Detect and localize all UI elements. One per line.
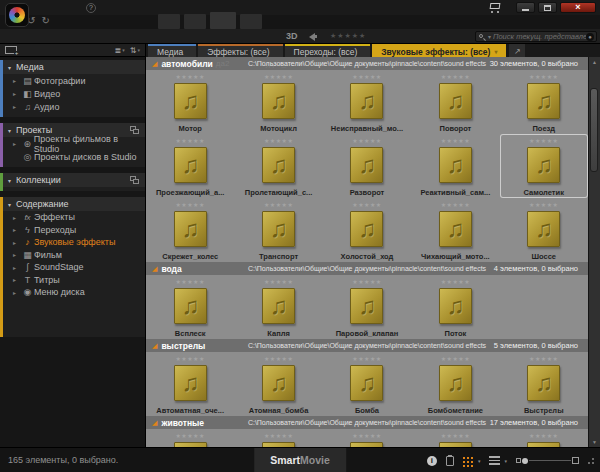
item-expander-icon[interactable]: ▸ [13, 77, 21, 84]
section-header-collections[interactable]: ▾ Коллекции [3, 173, 145, 187]
zoom-slider-thumb[interactable] [522, 458, 528, 464]
item-rating-stars[interactable]: ★★★★★ [441, 432, 470, 440]
section-action-icon[interactable] [130, 176, 140, 184]
item-rating-stars[interactable]: ★★★★★ [264, 201, 293, 209]
sound-item[interactable]: ★★★★★ ♫ [500, 429, 588, 447]
sound-item[interactable]: ★★★★★ ♫ [411, 429, 499, 447]
sound-item[interactable]: ★★★★★ ♫ Паровой_клапан [323, 275, 411, 339]
resize-grip[interactable] [588, 458, 594, 464]
item-rating-stars[interactable]: ★★★★★ [175, 432, 204, 440]
search-input[interactable] [493, 32, 586, 41]
item-rating-stars[interactable]: ★★★★★ [352, 355, 381, 363]
sort-icon[interactable]: ⇅ [130, 46, 137, 55]
sidebar-item[interactable]: ▸ ♫ Аудио [3, 100, 145, 113]
sound-item[interactable]: ★★★★★ ♫ Мотор [146, 70, 234, 134]
info-icon[interactable]: i [427, 456, 437, 466]
sidebar-item[interactable]: ◎ Проекты дисков в Studio [3, 150, 145, 163]
group-header[interactable]: ◢ выстрелы C:\Пользователи\Общие\Общие д… [146, 339, 588, 352]
sound-item[interactable]: ★★★★★ ♫ Шоссе [500, 198, 588, 262]
item-expander-icon[interactable]: ▸ [13, 264, 21, 271]
sound-item[interactable]: ★★★★★ ♫ Мотоцикл [234, 70, 322, 134]
zoom-in-icon[interactable] [572, 457, 579, 464]
item-expander-icon[interactable]: ▸ [13, 226, 21, 233]
item-rating-stars[interactable]: ★★★★★ [264, 137, 293, 145]
vertical-scrollbar[interactable]: ▲ ▼ [588, 57, 600, 447]
shop-cart-icon[interactable] [489, 2, 503, 13]
new-collection-icon[interactable]: + [5, 46, 17, 54]
scroll-up-icon[interactable]: ▲ [589, 57, 600, 67]
nav-tab[interactable] [278, 14, 300, 29]
item-rating-stars[interactable]: ★★★★★ [264, 278, 293, 286]
sound-item[interactable]: ★★★★★ ♫ Поворот [411, 70, 499, 134]
scroll-down-icon[interactable]: ▼ [589, 437, 600, 447]
item-rating-stars[interactable]: ★★★★★ [352, 137, 381, 145]
sidebar-item[interactable]: ▸ ▦ Фильм [3, 249, 145, 262]
expander-icon[interactable]: ▾ [8, 64, 11, 71]
item-rating-stars[interactable]: ★★★★★ [264, 73, 293, 81]
group-expander-icon[interactable]: ◢ [152, 339, 157, 352]
sound-item[interactable]: ★★★★★ ♫ [323, 429, 411, 447]
library-tab[interactable]: Звуковые эффекты: (все) ▾ [372, 44, 506, 57]
sound-item[interactable]: ★★★★★ ♫ Пролетающий_с... [234, 134, 322, 198]
group-header[interactable]: ◢ животные C:\Пользователи\Общие\Общие д… [146, 416, 588, 429]
section-header-content[interactable]: ▾ Содержание [3, 197, 145, 211]
item-rating-stars[interactable]: ★★★★★ [264, 432, 293, 440]
item-rating-stars[interactable]: ★★★★★ [352, 73, 381, 81]
group-header[interactable]: ◢ автомобили да2 Гудок_поез C:\Пользоват… [146, 57, 588, 70]
item-expander-icon[interactable]: ▸ [13, 214, 21, 221]
nav-tab[interactable] [158, 14, 180, 29]
library-tab[interactable]: Переходы: (все) [285, 44, 371, 57]
item-rating-stars[interactable]: ★★★★★ [529, 201, 558, 209]
sound-item[interactable]: ★★★★★ ♫ Капля [234, 275, 322, 339]
close-button[interactable]: × [560, 2, 596, 13]
sound-item[interactable]: ★★★★★ ♫ Неисправный_мо... [323, 70, 411, 134]
sound-item[interactable]: ★★★★★ ♫ Бомба [323, 352, 411, 416]
sound-item[interactable]: ★★★★★ ♫ Всплеск [146, 275, 234, 339]
search-icon[interactable] [478, 33, 486, 41]
sound-item[interactable]: ★★★★★ ♫ Транспорт [234, 198, 322, 262]
item-rating-stars[interactable]: ★★★★★ [352, 278, 381, 286]
rating-filter-stars[interactable]: ★★★★★ [330, 32, 366, 40]
zoom-out-icon[interactable] [516, 458, 521, 463]
sort-caret-icon[interactable]: ▾ [137, 47, 140, 53]
nav-tab[interactable] [240, 14, 262, 29]
sidebar-item[interactable]: ▸ ϟ Переходы [3, 224, 145, 237]
item-rating-stars[interactable]: ★★★★★ [352, 201, 381, 209]
item-rating-stars[interactable]: ★★★★★ [352, 432, 381, 440]
sound-item[interactable]: ★★★★★ ♫ Чихающий_мото... [411, 198, 499, 262]
expander-icon[interactable]: ▾ [8, 201, 11, 208]
maximize-button[interactable] [538, 2, 557, 13]
thumbnail-view-icon[interactable] [463, 457, 474, 465]
sound-item[interactable]: ★★★★★ ♫ Самолетик [500, 134, 588, 198]
sound-item[interactable]: ★★★★★ ♫ Бомбометание [411, 352, 499, 416]
sidebar-item[interactable]: ▸ ◉ Меню диска [3, 286, 145, 299]
expander-icon[interactable]: ▾ [8, 177, 11, 184]
item-rating-stars[interactable]: ★★★★★ [264, 355, 293, 363]
section-action-icon[interactable] [130, 126, 140, 134]
sound-item[interactable]: ★★★★★ ♫ Выстрелы [500, 352, 588, 416]
smartmovie-button[interactable]: SmartMovie [254, 448, 346, 472]
section-header-media[interactable]: ▾ Медиа [3, 60, 145, 74]
item-rating-stars[interactable]: ★★★★★ [441, 201, 470, 209]
item-expander-icon[interactable]: ▸ [13, 276, 21, 283]
help-icon[interactable]: ? [86, 3, 96, 13]
sound-item[interactable]: ★★★★★ ♫ Разворот [323, 134, 411, 198]
item-expander-icon[interactable]: ▸ [13, 251, 21, 258]
item-rating-stars[interactable]: ★★★★★ [441, 137, 470, 145]
sidebar-item[interactable]: ▸ T Титры [3, 274, 145, 287]
thumbnail-view-caret-icon[interactable]: ▾ [478, 458, 481, 464]
item-expander-icon[interactable]: ▸ [13, 239, 21, 246]
item-expander-icon[interactable]: ▸ [13, 103, 21, 110]
item-rating-stars[interactable]: ★★★★★ [441, 278, 470, 286]
search-clear-icon[interactable]: ● [586, 33, 594, 41]
sidebar-item[interactable]: ▸ fx Эффекты [3, 211, 145, 224]
item-rating-stars[interactable]: ★★★★★ [441, 73, 470, 81]
clipboard-icon[interactable] [446, 456, 454, 466]
library-tab[interactable]: Эффекты: (все) [198, 44, 282, 57]
sidebar-item[interactable]: ▸ ʃ SoundStage [3, 261, 145, 274]
item-expander-icon[interactable]: ▸ [13, 289, 21, 296]
detail-view-caret-icon[interactable]: ▾ [504, 458, 507, 464]
group-expander-icon[interactable]: ◢ [152, 57, 157, 70]
nav-tab[interactable] [210, 12, 236, 29]
item-rating-stars[interactable]: ★★★★★ [529, 137, 558, 145]
